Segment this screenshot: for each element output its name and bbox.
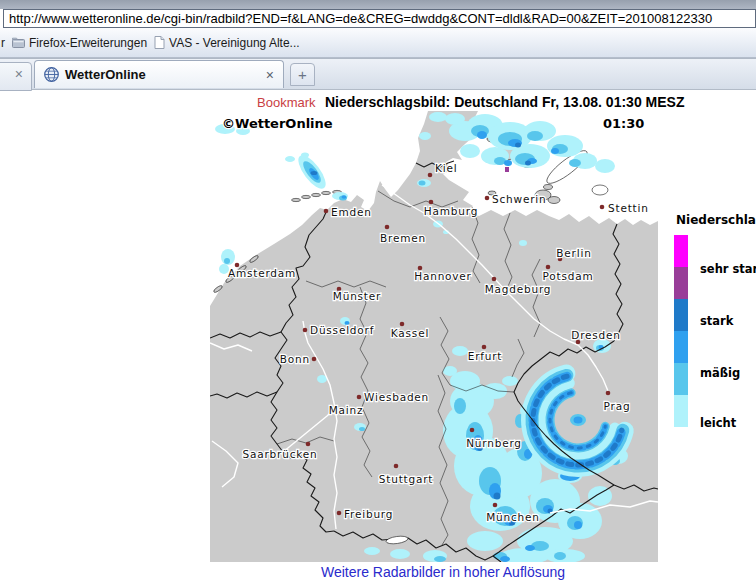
bookmark-item-vas[interactable]: VAS - Vereinigung Alte... xyxy=(154,36,300,50)
window-top-edge xyxy=(0,0,756,9)
city-label: München xyxy=(486,511,540,523)
close-icon[interactable]: × xyxy=(266,68,274,82)
city-label: Bremen xyxy=(380,232,426,244)
city-label: Düsseldorf xyxy=(310,324,374,336)
high-resolution-radar-link[interactable]: Weitere Radarbilder in hoher Auflösung xyxy=(321,564,565,580)
city-label: Amsterdam xyxy=(228,267,296,279)
city-label: Berlin xyxy=(556,247,591,259)
legend-swatch-sehr-stark xyxy=(674,267,688,299)
city-label: Magdeburg xyxy=(485,283,552,295)
bookmark-link[interactable]: Bookmark xyxy=(257,95,316,110)
url-bar[interactable]: http://www.wetteronline.de/cgi-bin/radbi… xyxy=(3,9,756,28)
tab-strip: × WetterOnline × + xyxy=(0,58,756,90)
city-label: Wiesbaden xyxy=(364,391,429,403)
city-label: Kiel xyxy=(435,162,457,174)
city-label: Stettin xyxy=(608,202,649,214)
bookmark-item-firefox-erweiterungen[interactable]: Firefox-Erweiterungen xyxy=(12,36,147,50)
city-label: Prag xyxy=(604,400,631,412)
bookmark-item-label: VAS - Vereinigung Alte... xyxy=(169,36,300,50)
city-label: Kassel xyxy=(391,327,429,339)
city-label: Münster xyxy=(333,290,381,302)
watermark: ©WetterOnline xyxy=(222,116,333,131)
city-label: Erfurt xyxy=(468,350,503,362)
city-label: Mainz xyxy=(329,404,364,416)
city-label: Dresden xyxy=(571,329,620,341)
legend-label: leicht xyxy=(700,416,737,430)
close-icon[interactable]: × xyxy=(15,66,23,82)
city-label: Schwerin xyxy=(492,193,546,205)
city-label: Saarbrücken xyxy=(243,448,318,460)
footer: Weitere Radarbilder in hoher Auflösung xyxy=(210,563,676,581)
legend-label: mäßig xyxy=(700,366,740,380)
tab-wetteronline[interactable]: WetterOnline × xyxy=(34,60,284,88)
globe-icon xyxy=(44,67,59,82)
legend-label: stark xyxy=(700,314,734,328)
radar-map-image: Kiel Hamburg Schwerin Stettin Emden Brem… xyxy=(210,111,756,562)
page-icon xyxy=(154,36,165,49)
legend-swatch-leicht xyxy=(674,395,688,427)
city-label: Nürnberg xyxy=(466,437,522,449)
city-label: Hannover xyxy=(414,270,471,282)
folder-icon xyxy=(12,37,25,48)
tab-title: WetterOnline xyxy=(65,67,146,82)
legend-label: sehr stark xyxy=(700,262,756,276)
new-tab-button[interactable]: + xyxy=(290,63,315,86)
legend-swatch-maessig xyxy=(674,331,688,363)
page-title: Niederschlagsbild: Deutschland Fr, 13.08… xyxy=(325,94,684,110)
bookmarks-toolbar: r Firefox-Erweiterungen VAS - Vereinigun… xyxy=(0,28,756,58)
tab-clipped[interactable]: × xyxy=(0,62,32,91)
legend-swatch-maessig-hell xyxy=(674,363,688,395)
legend-title: Niederschlag xyxy=(676,213,756,227)
city-label: Bonn xyxy=(280,353,310,365)
city-label: Hamburg xyxy=(424,205,478,217)
city-label: Freiburg xyxy=(344,508,393,520)
radar-time: 01:30 xyxy=(603,116,644,131)
bookmark-item-clipped[interactable]: r xyxy=(1,36,5,50)
city-label: Stuttgart xyxy=(379,473,433,485)
legend-swatch-stark xyxy=(674,299,688,331)
legend-swatch-extrem xyxy=(674,235,688,267)
city-label: Emden xyxy=(331,206,372,218)
bookmark-item-label: Firefox-Erweiterungen xyxy=(29,36,147,50)
city-label: Potsdam xyxy=(543,270,594,282)
